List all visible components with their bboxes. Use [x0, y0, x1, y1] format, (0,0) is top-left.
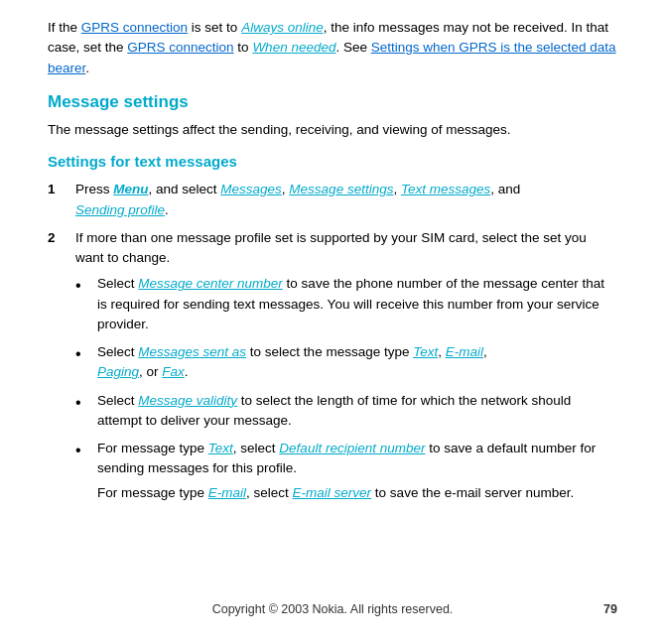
intro-text-is-set: is set to: [188, 20, 241, 35]
step-2-item: 2 If more than one message profile set i…: [48, 228, 617, 511]
message-center-number-link[interactable]: Message center number: [138, 276, 283, 291]
step-2-content: If more than one message profile set is …: [75, 228, 617, 511]
fax-type-link[interactable]: Fax: [162, 364, 185, 379]
intro-paragraph: If the GPRS connection is set to Always …: [48, 18, 617, 78]
paging-type-link[interactable]: Paging: [97, 364, 139, 379]
bullet2-end: .: [185, 364, 189, 379]
intro-text-before-link1: If the: [48, 20, 81, 35]
sending-profile-link[interactable]: Sending profile: [75, 202, 165, 217]
bullet-symbol-3: •: [75, 391, 97, 414]
when-needed-link[interactable]: When needed: [252, 40, 335, 55]
intro-text-to: to: [234, 40, 253, 55]
text-messages-link[interactable]: Text messages: [401, 182, 490, 196]
message-settings-link[interactable]: Message settings: [289, 182, 393, 196]
messages-link[interactable]: Messages: [220, 182, 282, 196]
bullet2-or: , or: [139, 364, 162, 379]
extra-paragraph: For message type E-mail, select E-mail s…: [97, 483, 617, 503]
bullet-item-3: • Select Message validity to select the …: [75, 391, 617, 432]
default-recipient-number-link[interactable]: Default recipient number: [279, 441, 425, 455]
content-area: If the GPRS connection is set to Always …: [48, 18, 617, 586]
bullet2-comma1: ,: [438, 344, 446, 359]
messages-sent-as-link[interactable]: Messages sent as: [138, 344, 246, 359]
extra-rest: to save the e-mail server number.: [371, 485, 574, 500]
gprs-connection-link1[interactable]: GPRS connection: [81, 20, 188, 35]
menu-link[interactable]: Menu: [113, 182, 148, 196]
step2-text: If more than one message profile set is …: [75, 230, 587, 265]
message-settings-description: The message settings affect the sending,…: [48, 120, 617, 140]
step1-text-and-select: , and select: [149, 182, 221, 196]
bullet4-for: For message type: [97, 441, 208, 455]
bullet-item-4: • For message type Text, select Default …: [75, 439, 617, 503]
bullet2-to-select: to select the message type: [246, 344, 413, 359]
text-type-link[interactable]: Text: [413, 344, 438, 359]
bullet3-select: Select: [97, 393, 138, 408]
intro-text-end: .: [85, 61, 89, 75]
numbered-list: 1 Press Menu, and select Messages, Messa…: [48, 180, 617, 511]
bullet2-comma2: ,: [483, 344, 487, 359]
bullet-symbol-2: •: [75, 342, 97, 365]
bullet2-select: Select: [97, 344, 138, 359]
bullet-content-2: Select Messages sent as to select the me…: [97, 342, 617, 383]
step-1-number: 1: [48, 180, 75, 199]
extra-for: For message type: [97, 485, 208, 500]
step1-end: .: [165, 202, 169, 217]
step-1-item: 1 Press Menu, and select Messages, Messa…: [48, 180, 617, 220]
bullet-list: • Select Message center number to save t…: [75, 274, 617, 503]
bullet-content-1: Select Message center number to save the…: [97, 274, 617, 334]
message-settings-heading: Message settings: [48, 90, 617, 115]
footer-copyright: Copyright © 2003 Nokia. All rights reser…: [212, 600, 454, 618]
footer: Copyright © 2003 Nokia. All rights reser…: [48, 586, 617, 626]
step-1-content: Press Menu, and select Messages, Message…: [75, 180, 617, 220]
bullet1-select: Select: [97, 276, 138, 291]
message-validity-link[interactable]: Message validity: [138, 393, 237, 408]
page-container: If the GPRS connection is set to Always …: [0, 0, 665, 644]
step1-text-press: Press: [75, 182, 113, 196]
footer-page-number: 79: [603, 600, 617, 618]
bullet-symbol-4: •: [75, 439, 97, 461]
step1-comma2: ,: [393, 182, 401, 196]
bullet-item-1: • Select Message center number to save t…: [75, 274, 617, 334]
step-2-number: 2: [48, 228, 75, 248]
bullet-content-3: Select Message validity to select the le…: [97, 391, 617, 432]
email-type-link[interactable]: E-mail: [446, 344, 483, 359]
bullet-symbol-1: •: [75, 274, 97, 297]
email-server-link[interactable]: E-mail server: [293, 485, 372, 500]
bullet-content-4: For message type Text, select Default re…: [97, 439, 617, 503]
intro-text-see: . See: [335, 40, 370, 55]
settings-text-messages-heading: Settings for text messages: [48, 151, 617, 173]
bullet4-select: , select: [233, 441, 280, 455]
step1-and: , and: [490, 182, 520, 196]
always-online-link[interactable]: Always online: [241, 20, 324, 35]
email-message-type-link[interactable]: E-mail: [208, 485, 246, 500]
gprs-connection-link2[interactable]: GPRS connection: [127, 40, 233, 55]
extra-select: , select: [246, 485, 293, 500]
text-message-type-link[interactable]: Text: [208, 441, 233, 455]
bullet-item-2: • Select Messages sent as to select the …: [75, 342, 617, 383]
